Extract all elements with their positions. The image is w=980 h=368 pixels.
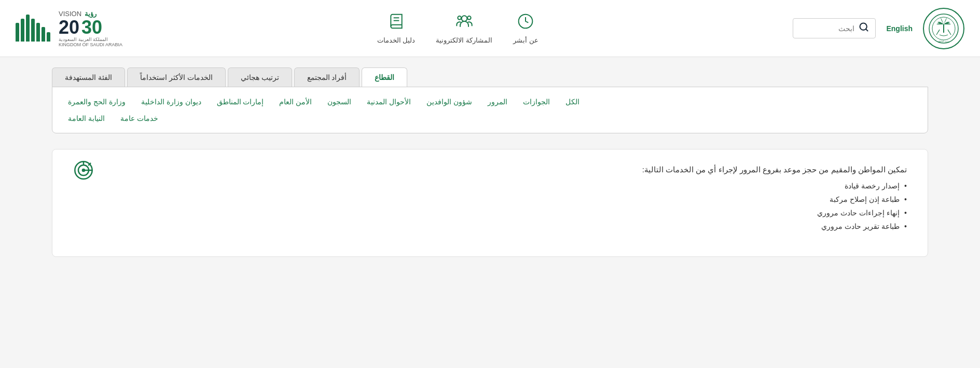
service-item-1: إصدار رخصة قيادة bbox=[73, 182, 907, 190]
search-area[interactable] bbox=[793, 18, 876, 38]
category-emirates[interactable]: إمارات المناطق bbox=[217, 98, 264, 106]
bar-1 bbox=[47, 32, 50, 42]
tab-most-used[interactable]: الخدمات الأكثر استخداماً bbox=[127, 67, 226, 87]
header-right: وزارة الداخلية English bbox=[793, 8, 964, 49]
main-content: القطاع أفراد المجتمع ترتيب هجائي الخدمات… bbox=[0, 57, 980, 267]
service-list: إصدار رخصة قيادة طباعة إذن إصلاح مركبة إ… bbox=[73, 182, 907, 230]
vision-country-ar: المملكة العربية السعودية bbox=[59, 37, 122, 42]
nav-guide-label: دليل الخدمات bbox=[377, 36, 416, 44]
target-icon bbox=[73, 160, 94, 185]
nav-about[interactable]: عن أبشر bbox=[513, 13, 539, 44]
category-prisons[interactable]: السجون bbox=[327, 98, 351, 106]
tabs-container: القطاع أفراد المجتمع ترتيب هجائي الخدمات… bbox=[52, 67, 928, 87]
categories-box: الكل الجوازات المرور شؤون الوافدين الأحو… bbox=[52, 87, 928, 133]
vision-country-en: KINGDOM OF SAUDI ARABIA bbox=[59, 42, 122, 47]
svg-rect-2 bbox=[943, 24, 944, 33]
category-row-2: خدمات عامة النيابة العامة bbox=[68, 114, 912, 122]
category-traffic[interactable]: المرور bbox=[488, 98, 507, 106]
language-button[interactable]: English bbox=[886, 24, 913, 33]
vision-bars bbox=[16, 16, 50, 42]
vision-text: VISION رؤية 20 30 المملكة العربية السعود… bbox=[59, 10, 122, 47]
svg-point-7 bbox=[461, 16, 467, 21]
categories-grid: الكل الجوازات المرور شؤون الوافدين الأحو… bbox=[68, 98, 912, 122]
service-item-3: إنهاء إجراءات حادث مروري bbox=[73, 209, 907, 217]
svg-point-8 bbox=[458, 16, 461, 20]
nav-participation-label: المشاركة الالكترونية bbox=[436, 36, 492, 44]
people-icon bbox=[456, 13, 473, 33]
book-icon bbox=[388, 13, 405, 33]
tab-targeted[interactable]: الفئة المستهدفة bbox=[52, 67, 125, 87]
bar-5 bbox=[26, 15, 30, 42]
bar-4 bbox=[31, 19, 35, 42]
nav-guide[interactable]: دليل الخدمات bbox=[377, 13, 416, 44]
bar-3 bbox=[36, 23, 40, 42]
category-ministry-court[interactable]: ديوان وزارة الداخلية bbox=[141, 98, 201, 106]
category-haj-ministry[interactable]: وزارة الحج والعمرة bbox=[68, 98, 126, 106]
category-expatriates[interactable]: شؤون الوافدين bbox=[426, 98, 472, 106]
nav-about-label: عن أبشر bbox=[513, 36, 539, 44]
category-public-security[interactable]: الأمن العام bbox=[279, 98, 312, 106]
service-card: تمكين المواطن والمقيم من حجز موعد بفروع … bbox=[52, 149, 928, 257]
service-intro: تمكين المواطن والمقيم من حجز موعد بفروع … bbox=[73, 165, 907, 174]
header-branding: VISION رؤية 20 30 المملكة العربية السعود… bbox=[16, 10, 122, 47]
ministry-logo: وزارة الداخلية bbox=[923, 8, 964, 49]
svg-text:وزارة الداخلية: وزارة الداخلية bbox=[938, 40, 949, 43]
category-passports[interactable]: الجوازات bbox=[523, 98, 550, 106]
bar-7 bbox=[16, 23, 19, 42]
bar-6 bbox=[21, 19, 24, 42]
category-prosecution[interactable]: النيابة العامة bbox=[68, 114, 105, 122]
clock-icon bbox=[517, 13, 534, 33]
vision-year-suffix: 30 bbox=[81, 18, 102, 37]
svg-line-5 bbox=[866, 29, 868, 31]
service-item-2: طباعة إذن إصلاح مركبة bbox=[73, 195, 907, 203]
search-button[interactable] bbox=[859, 22, 869, 35]
vision-year-prefix: 20 bbox=[59, 18, 79, 37]
tab-sector[interactable]: القطاع bbox=[362, 67, 407, 87]
category-civil-affairs[interactable]: الأحوال المدنية bbox=[367, 98, 411, 106]
tab-sort[interactable]: ترتيب هجائي bbox=[228, 67, 292, 87]
tab-community[interactable]: أفراد المجتمع bbox=[294, 67, 360, 87]
category-public-services[interactable]: خدمات عامة bbox=[120, 114, 158, 122]
service-item-4: طباعة تقرير حادث مروري bbox=[73, 222, 907, 230]
header-nav: عن أبشر المشاركة الالكترونية bbox=[377, 13, 539, 44]
service-description: تمكين المواطن والمقيم من حجز موعد بفروع … bbox=[73, 165, 907, 230]
svg-point-9 bbox=[467, 16, 471, 20]
nav-participation[interactable]: المشاركة الالكترونية bbox=[436, 13, 492, 44]
bar-2 bbox=[42, 27, 45, 42]
site-header: وزارة الداخلية English عن أبشر bbox=[0, 0, 980, 57]
search-input[interactable] bbox=[803, 24, 854, 33]
category-all[interactable]: الكل bbox=[565, 98, 579, 106]
